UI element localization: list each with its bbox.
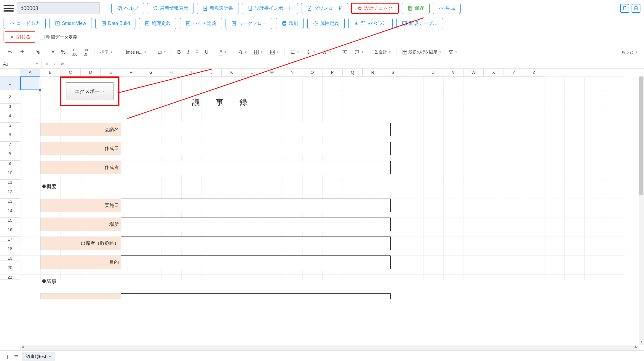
row-header[interactable]: 14 [0,204,20,218]
valign-button[interactable]: ▼ [305,49,317,55]
cell-reference-box[interactable]: A1 ▼ [0,59,41,68]
workflow-button[interactable]: ワークフロー [226,18,272,29]
column-header[interactable]: Q [343,69,363,76]
design-check-button[interactable]: 設計チェック [351,3,399,14]
download-button[interactable]: ダウンロード [301,3,348,14]
column-header[interactable]: R [363,69,383,76]
attr-def-button[interactable]: 属性定義 [307,18,345,29]
row-header[interactable]: 19 [0,255,20,261]
input-meeting-name[interactable] [121,123,391,136]
save-button[interactable]: 保存 [402,3,430,14]
formula-accept-icon[interactable]: ✓ [53,61,57,67]
column-header[interactable]: A [20,69,40,76]
column-header[interactable]: S [383,69,403,76]
image-button[interactable] [341,49,349,55]
column-header[interactable]: J [202,69,222,76]
input-created-by[interactable] [121,161,391,174]
row-header[interactable]: 2 [0,90,20,104]
new-design-button[interactable]: 新規設計書 [197,3,239,14]
data-build-button[interactable]: Data Build [95,18,136,29]
format-painter-button[interactable] [34,49,42,55]
add-sheet-button[interactable]: ＋ [4,352,11,361]
row-header[interactable]: 20 [0,261,20,274]
column-header[interactable]: P [322,69,343,76]
input-partial[interactable] [121,293,391,299]
process-def-button[interactable]: 処理定義 [139,18,176,29]
percent-button[interactable]: % [60,49,67,56]
print-button[interactable]: 印刷 [276,18,304,29]
column-header[interactable]: H [161,69,181,76]
clipboard-check-icon[interactable] [632,4,640,13]
column-header[interactable]: N [282,69,302,76]
text-color-button[interactable]: A▼ [218,49,228,56]
batch-def-button[interactable]: バッチ定義 [180,18,222,29]
row-header[interactable]: 5 [0,123,20,128]
close-button[interactable]: 閉じる [4,31,36,43]
row-header[interactable]: 21 [0,274,20,280]
comment-button[interactable]: ▼ [353,49,365,55]
input-attendees[interactable] [121,237,391,250]
underline-button[interactable]: U [204,49,210,55]
row-header[interactable]: 12 [0,185,20,199]
input-impl-date[interactable] [121,199,391,212]
column-header[interactable]: U [423,69,443,76]
row-header[interactable]: 18 [0,242,20,255]
column-header[interactable]: B [40,69,60,76]
fill-color-button[interactable]: ▼ [236,49,248,55]
row-header[interactable]: 4 [0,109,20,123]
row-header[interactable]: 16 [0,223,20,237]
input-location[interactable] [121,218,391,231]
wrap-button[interactable]: ▼ [321,49,333,55]
column-header[interactable]: M [262,69,282,76]
column-header[interactable]: Y [504,69,524,76]
detail-data-def-checkbox[interactable]: 明細データ定義 [40,34,77,40]
menu-hamburger[interactable] [4,4,14,12]
row-header[interactable]: 6 [0,128,20,142]
undo-button[interactable] [6,49,14,55]
vertical-scrollbar[interactable]: ▲ ▼ [639,76,644,345]
smart-view-button[interactable]: Smart View [49,18,92,29]
sum-button[interactable]: Σ合計▼ [373,49,392,56]
formula-cancel-icon[interactable]: ✕ [45,61,49,67]
sheet-list-button[interactable]: ≡ [14,353,18,361]
data-mapping-button[interactable]: ﾃﾞｰﾀﾏｯﾋﾟﾝｸﾞ [348,18,393,29]
redo-button[interactable] [18,49,25,55]
halign-button[interactable]: ▼ [289,49,301,55]
help-button[interactable]: ヘルプ [111,3,144,14]
column-header[interactable]: L [242,69,262,76]
decimal-dec-button[interactable]: .0.00 [71,47,79,57]
sheet-tab[interactable]: 議事録test ▼ [22,352,55,361]
column-header[interactable]: D [81,69,101,76]
row-header[interactable]: 3 [0,104,20,109]
currency-button[interactable]: ¥ [50,49,56,56]
scrollbar-thumb[interactable] [639,76,643,195]
row-header[interactable]: 15 [0,218,20,223]
row-header[interactable]: 17 [0,237,20,242]
row-header[interactable]: 9 [0,161,20,166]
freeze-button[interactable]: 最初の行を固定▼ [401,49,443,55]
row-header[interactable]: 1 [0,76,20,90]
new-table-button[interactable]: 新規テーブル [396,18,443,29]
font-size-dropdown[interactable]: 10▼ [156,49,167,55]
horizontal-scrollbar[interactable]: ◀ ▶ [20,345,639,350]
input-purpose[interactable] [121,255,391,269]
column-header[interactable]: F [121,69,141,76]
spreadsheet-grid[interactable]: ABCDEFGHIJKLMNOPQRSTUVWXYZ 1234567891011… [0,69,644,350]
more-button[interactable]: もっと▼ [621,49,638,55]
bold-button[interactable]: B [176,49,182,56]
row-header[interactable]: 7 [0,142,20,147]
select-all-corner[interactable] [0,69,20,76]
decimal-inc-button[interactable]: .00.0 [83,47,90,57]
column-header[interactable]: G [141,69,161,76]
column-header[interactable]: K [222,69,242,76]
borders-button[interactable]: ▼ [253,49,264,55]
doc-id-field[interactable]: d00003 [17,2,100,14]
column-header[interactable]: O [302,69,322,76]
refresh-button[interactable]: 最新情報表示 [147,3,194,14]
row-header[interactable]: 13 [0,199,20,204]
generate-button[interactable]: 生成 [433,3,461,14]
column-header[interactable]: W [464,69,484,76]
import-design-button[interactable]: 設計書インポート [242,3,298,14]
column-header[interactable]: X [484,69,504,76]
column-header[interactable]: E [101,69,121,76]
